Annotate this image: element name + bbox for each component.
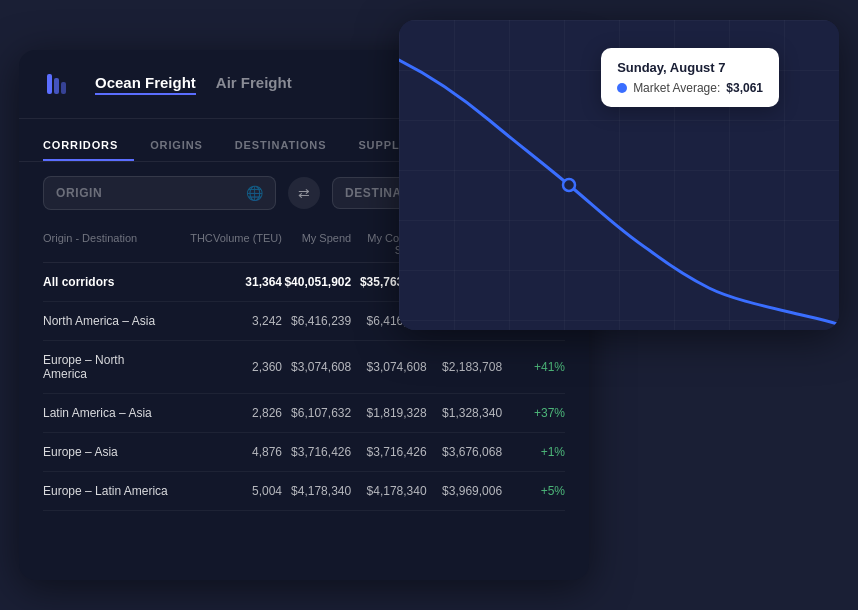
chart-tooltip: Sunday, August 7 Market Average: $3,061 xyxy=(601,48,779,107)
origin-filter[interactable]: ORIGIN 🌐 xyxy=(43,176,276,210)
tooltip-dot-icon xyxy=(617,83,627,93)
th-my-spend: My Spend xyxy=(282,232,351,256)
globe-icon: 🌐 xyxy=(246,185,263,201)
nav-tabs: Ocean Freight Air Freight xyxy=(95,74,292,95)
cell-covered-spend: $1,819,328 xyxy=(351,406,426,420)
cell-market-spend: $1,328,340 xyxy=(427,406,502,420)
cell-market-spend: $3,969,006 xyxy=(427,484,502,498)
table-row[interactable]: Europe – North America2,360$3,074,608$3,… xyxy=(43,341,565,394)
cell-my-spend: $3,716,426 xyxy=(282,445,351,459)
cell-market-spend: $3,676,068 xyxy=(427,445,502,459)
svg-rect-5 xyxy=(61,82,66,94)
swap-button[interactable]: ⇄ xyxy=(288,177,320,209)
tooltip-date: Sunday, August 7 xyxy=(617,60,763,75)
cell-origin-dest: Europe – North America xyxy=(43,353,169,381)
cell-origin-dest: Latin America – Asia xyxy=(43,406,169,420)
chart-card: Sunday, August 7 Market Average: $3,061 xyxy=(399,20,839,330)
cell-my-spend: $6,416,239 xyxy=(282,314,351,328)
cell-market-spend: $2,183,708 xyxy=(427,360,502,374)
logo-icon xyxy=(43,68,75,100)
nav-tab-air-freight[interactable]: Air Freight xyxy=(216,74,292,95)
cell-origin-dest: Europe – Asia xyxy=(43,445,169,459)
origin-label: ORIGIN xyxy=(56,186,238,200)
th-volume: Volume (TEU) xyxy=(213,232,282,256)
cell-volume: 5,004 xyxy=(213,484,282,498)
table-row[interactable]: Europe – Latin America5,004$4,178,340$4,… xyxy=(43,472,565,511)
tab-origins[interactable]: ORIGINS xyxy=(134,127,219,161)
swap-icon: ⇄ xyxy=(298,185,310,201)
cell-origin-dest: Europe – Latin America xyxy=(43,484,169,498)
svg-rect-4 xyxy=(54,78,59,94)
tooltip-label: Market Average: xyxy=(633,81,720,95)
cell-volume: 3,242 xyxy=(213,314,282,328)
th-origin-dest: Origin - Destination xyxy=(43,232,169,256)
svg-point-2 xyxy=(563,179,575,191)
cell-my-spend: $6,107,632 xyxy=(282,406,351,420)
cell-my-spend: $3,074,608 xyxy=(282,360,351,374)
cell-covered-vs-market: +41% xyxy=(502,360,565,374)
cell-volume: 4,876 xyxy=(213,445,282,459)
table-row[interactable]: Latin America – Asia2,826$6,107,632$1,81… xyxy=(43,394,565,433)
cell-my-spend: $40,051,902 xyxy=(282,275,351,289)
table-row[interactable]: Europe – Asia4,876$3,716,426$3,716,426$3… xyxy=(43,433,565,472)
tab-destinations[interactable]: DESTINATIONS xyxy=(219,127,343,161)
cell-covered-spend: $3,716,426 xyxy=(351,445,426,459)
cell-covered-spend: $3,074,608 xyxy=(351,360,426,374)
cell-covered-vs-market: +37% xyxy=(502,406,565,420)
svg-rect-3 xyxy=(47,74,52,94)
cell-volume: 2,826 xyxy=(213,406,282,420)
cell-covered-vs-market: +5% xyxy=(502,484,565,498)
cell-my-spend: $4,178,340 xyxy=(282,484,351,498)
nav-tab-ocean-freight[interactable]: Ocean Freight xyxy=(95,74,196,95)
cell-covered-spend: $4,178,340 xyxy=(351,484,426,498)
cell-origin-dest: North America – Asia xyxy=(43,314,169,328)
cell-volume: 31,364 xyxy=(213,275,282,289)
cell-volume: 2,360 xyxy=(213,360,282,374)
cell-origin-dest: All corridors xyxy=(43,275,169,289)
th-thc: THC xyxy=(169,232,213,256)
tab-corridors[interactable]: CORRIDORS xyxy=(43,127,134,161)
cell-covered-vs-market: +1% xyxy=(502,445,565,459)
tooltip-value: $3,061 xyxy=(726,81,763,95)
